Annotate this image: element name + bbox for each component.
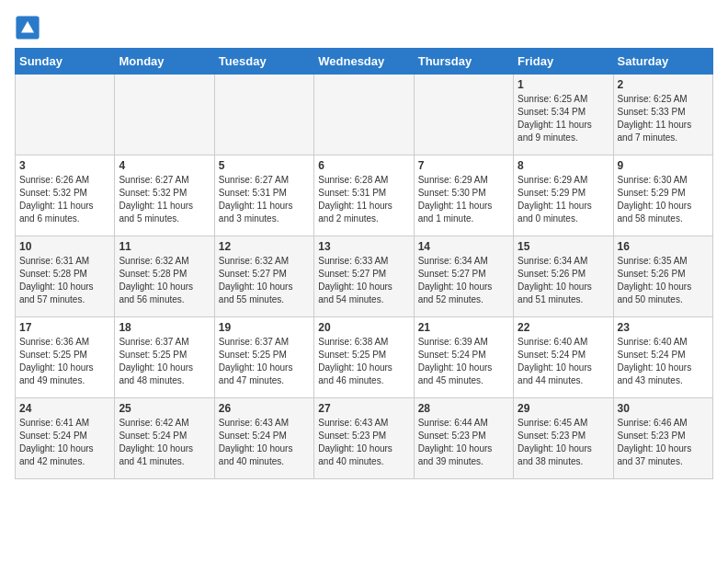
- day-info: Sunrise: 6:31 AM Sunset: 5:28 PM Dayligh…: [19, 255, 110, 306]
- day-number: 30: [618, 402, 709, 415]
- calendar-cell: 8Sunrise: 6:29 AM Sunset: 5:29 PM Daylig…: [514, 155, 613, 236]
- day-header-monday: Monday: [115, 49, 214, 75]
- day-number: 20: [318, 321, 409, 334]
- day-header-wednesday: Wednesday: [314, 49, 414, 75]
- day-info: Sunrise: 6:35 AM Sunset: 5:26 PM Dayligh…: [618, 255, 709, 306]
- day-info: Sunrise: 6:36 AM Sunset: 5:25 PM Dayligh…: [19, 336, 110, 387]
- day-info: Sunrise: 6:45 AM Sunset: 5:23 PM Dayligh…: [518, 417, 609, 468]
- day-info: Sunrise: 6:39 AM Sunset: 5:24 PM Dayligh…: [418, 336, 509, 387]
- day-info: Sunrise: 6:40 AM Sunset: 5:24 PM Dayligh…: [518, 336, 609, 387]
- day-info: Sunrise: 6:25 AM Sunset: 5:33 PM Dayligh…: [618, 93, 709, 144]
- day-info: Sunrise: 6:27 AM Sunset: 5:32 PM Dayligh…: [119, 174, 210, 225]
- day-number: 25: [119, 402, 210, 415]
- day-info: Sunrise: 6:34 AM Sunset: 5:26 PM Dayligh…: [518, 255, 609, 306]
- day-info: Sunrise: 6:29 AM Sunset: 5:30 PM Dayligh…: [418, 174, 509, 225]
- calendar-cell: 24Sunrise: 6:41 AM Sunset: 5:24 PM Dayli…: [16, 398, 115, 479]
- calendar-cell: 12Sunrise: 6:32 AM Sunset: 5:27 PM Dayli…: [214, 236, 313, 317]
- day-info: Sunrise: 6:42 AM Sunset: 5:24 PM Dayligh…: [119, 417, 210, 468]
- calendar-cell: 20Sunrise: 6:38 AM Sunset: 5:25 PM Dayli…: [314, 317, 414, 398]
- calendar-cell: 23Sunrise: 6:40 AM Sunset: 5:24 PM Dayli…: [613, 317, 712, 398]
- day-number: 10: [19, 240, 110, 253]
- calendar-cell: 4Sunrise: 6:27 AM Sunset: 5:32 PM Daylig…: [115, 155, 214, 236]
- day-number: 23: [618, 321, 709, 334]
- day-number: 27: [318, 402, 409, 415]
- calendar-cell: 28Sunrise: 6:44 AM Sunset: 5:23 PM Dayli…: [414, 398, 513, 479]
- calendar-cell: 27Sunrise: 6:43 AM Sunset: 5:23 PM Dayli…: [314, 398, 414, 479]
- day-info: Sunrise: 6:26 AM Sunset: 5:32 PM Dayligh…: [19, 174, 110, 225]
- day-info: Sunrise: 6:27 AM Sunset: 5:31 PM Dayligh…: [219, 174, 310, 225]
- day-number: 29: [518, 402, 609, 415]
- day-number: 21: [418, 321, 509, 334]
- day-number: 14: [418, 240, 509, 253]
- day-info: Sunrise: 6:32 AM Sunset: 5:28 PM Dayligh…: [119, 255, 210, 306]
- day-number: 4: [119, 159, 210, 172]
- day-number: 18: [119, 321, 210, 334]
- calendar-cell: 5Sunrise: 6:27 AM Sunset: 5:31 PM Daylig…: [214, 155, 313, 236]
- logo-icon: [15, 15, 40, 40]
- day-info: Sunrise: 6:37 AM Sunset: 5:25 PM Dayligh…: [119, 336, 210, 387]
- page-header: [15, 15, 713, 40]
- calendar-cell: 29Sunrise: 6:45 AM Sunset: 5:23 PM Dayli…: [514, 398, 613, 479]
- day-info: Sunrise: 6:30 AM Sunset: 5:29 PM Dayligh…: [618, 174, 709, 225]
- day-info: Sunrise: 6:43 AM Sunset: 5:23 PM Dayligh…: [318, 417, 409, 468]
- day-number: 15: [518, 240, 609, 253]
- day-info: Sunrise: 6:41 AM Sunset: 5:24 PM Dayligh…: [19, 417, 110, 468]
- day-header-sunday: Sunday: [16, 49, 115, 75]
- logo: [15, 15, 44, 40]
- calendar-cell: [314, 75, 414, 155]
- calendar-cell: 1Sunrise: 6:25 AM Sunset: 5:34 PM Daylig…: [514, 75, 613, 155]
- calendar-cell: 7Sunrise: 6:29 AM Sunset: 5:30 PM Daylig…: [414, 155, 513, 236]
- day-number: 7: [418, 159, 509, 172]
- day-number: 9: [618, 159, 709, 172]
- calendar-cell: 14Sunrise: 6:34 AM Sunset: 5:27 PM Dayli…: [414, 236, 513, 317]
- day-number: 26: [219, 402, 310, 415]
- day-info: Sunrise: 6:38 AM Sunset: 5:25 PM Dayligh…: [318, 336, 409, 387]
- day-number: 3: [19, 159, 110, 172]
- day-info: Sunrise: 6:40 AM Sunset: 5:24 PM Dayligh…: [618, 336, 709, 387]
- calendar-cell: [214, 75, 313, 155]
- day-number: 2: [618, 78, 709, 91]
- day-number: 13: [318, 240, 409, 253]
- calendar-cell: 21Sunrise: 6:39 AM Sunset: 5:24 PM Dayli…: [414, 317, 513, 398]
- calendar-cell: 13Sunrise: 6:33 AM Sunset: 5:27 PM Dayli…: [314, 236, 414, 317]
- calendar-cell: 10Sunrise: 6:31 AM Sunset: 5:28 PM Dayli…: [16, 236, 115, 317]
- day-info: Sunrise: 6:32 AM Sunset: 5:27 PM Dayligh…: [219, 255, 310, 306]
- calendar-cell: 19Sunrise: 6:37 AM Sunset: 5:25 PM Dayli…: [214, 317, 313, 398]
- day-number: 17: [19, 321, 110, 334]
- calendar-cell: 25Sunrise: 6:42 AM Sunset: 5:24 PM Dayli…: [115, 398, 214, 479]
- day-info: Sunrise: 6:44 AM Sunset: 5:23 PM Dayligh…: [418, 417, 509, 468]
- day-number: 28: [418, 402, 509, 415]
- day-header-saturday: Saturday: [613, 49, 712, 75]
- day-info: Sunrise: 6:34 AM Sunset: 5:27 PM Dayligh…: [418, 255, 509, 306]
- day-header-friday: Friday: [514, 49, 613, 75]
- calendar-cell: 11Sunrise: 6:32 AM Sunset: 5:28 PM Dayli…: [115, 236, 214, 317]
- day-number: 5: [219, 159, 310, 172]
- day-info: Sunrise: 6:28 AM Sunset: 5:31 PM Dayligh…: [318, 174, 409, 225]
- day-number: 8: [518, 159, 609, 172]
- day-number: 24: [19, 402, 110, 415]
- day-header-tuesday: Tuesday: [214, 49, 313, 75]
- calendar-cell: [414, 75, 513, 155]
- calendar-cell: 3Sunrise: 6:26 AM Sunset: 5:32 PM Daylig…: [16, 155, 115, 236]
- day-info: Sunrise: 6:25 AM Sunset: 5:34 PM Dayligh…: [518, 93, 609, 144]
- day-number: 6: [318, 159, 409, 172]
- calendar-cell: 6Sunrise: 6:28 AM Sunset: 5:31 PM Daylig…: [314, 155, 414, 236]
- calendar-cell: 15Sunrise: 6:34 AM Sunset: 5:26 PM Dayli…: [514, 236, 613, 317]
- calendar-cell: 18Sunrise: 6:37 AM Sunset: 5:25 PM Dayli…: [115, 317, 214, 398]
- calendar-cell: [115, 75, 214, 155]
- calendar-cell: 30Sunrise: 6:46 AM Sunset: 5:23 PM Dayli…: [613, 398, 712, 479]
- day-number: 12: [219, 240, 310, 253]
- calendar-cell: 22Sunrise: 6:40 AM Sunset: 5:24 PM Dayli…: [514, 317, 613, 398]
- day-info: Sunrise: 6:43 AM Sunset: 5:24 PM Dayligh…: [219, 417, 310, 468]
- day-number: 22: [518, 321, 609, 334]
- day-number: 19: [219, 321, 310, 334]
- day-info: Sunrise: 6:46 AM Sunset: 5:23 PM Dayligh…: [618, 417, 709, 468]
- day-info: Sunrise: 6:33 AM Sunset: 5:27 PM Dayligh…: [318, 255, 409, 306]
- calendar-cell: 26Sunrise: 6:43 AM Sunset: 5:24 PM Dayli…: [214, 398, 313, 479]
- day-header-thursday: Thursday: [414, 49, 513, 75]
- day-info: Sunrise: 6:37 AM Sunset: 5:25 PM Dayligh…: [219, 336, 310, 387]
- calendar-table: SundayMondayTuesdayWednesdayThursdayFrid…: [15, 48, 713, 479]
- day-number: 11: [119, 240, 210, 253]
- day-number: 16: [618, 240, 709, 253]
- calendar-cell: 2Sunrise: 6:25 AM Sunset: 5:33 PM Daylig…: [613, 75, 712, 155]
